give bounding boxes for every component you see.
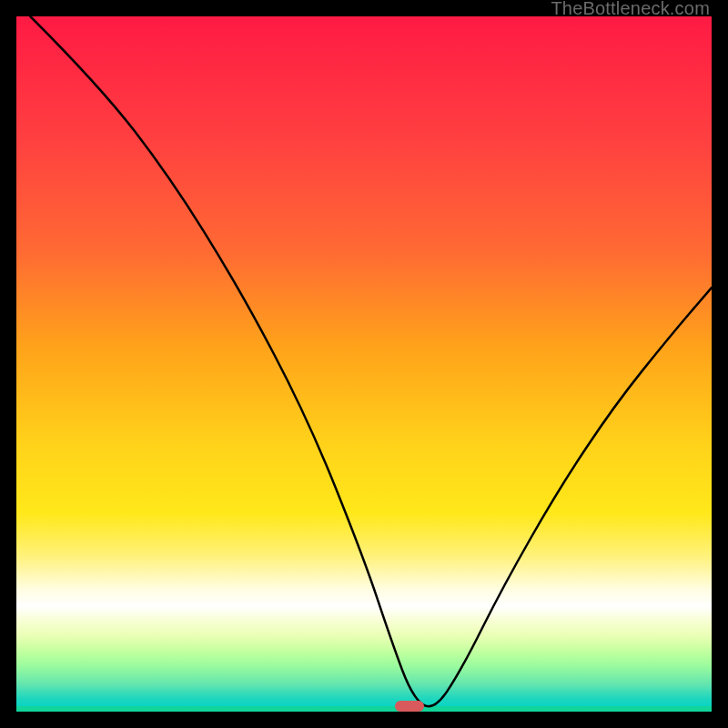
chart-frame: TheBottleneck.com (0, 0, 728, 728)
curve-line (16, 16, 712, 712)
plot-area (16, 16, 712, 712)
optimal-marker (395, 701, 424, 712)
